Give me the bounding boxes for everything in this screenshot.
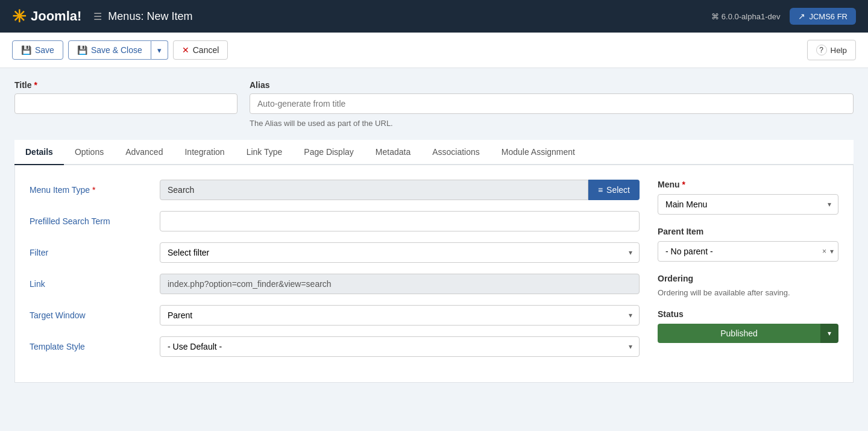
page-title: Menus: New Item <box>108 10 192 23</box>
sidebar-menu-field: Menu * Main Menu ▾ <box>658 180 838 215</box>
tab-nav: Details Options Advanced Integration Lin… <box>14 140 854 165</box>
select-list-icon: ≡ <box>598 185 603 195</box>
link-row: Link <box>30 274 640 294</box>
link-label: Link <box>30 279 150 289</box>
sidebar-menu-select[interactable]: Main Menu <box>658 194 838 215</box>
menu-icon: ☰ <box>93 11 102 22</box>
menu-item-type-text: Search <box>160 180 588 200</box>
menu-item-type-input-group: Search ≡ Select <box>160 180 640 200</box>
prefilled-search-value <box>160 211 640 231</box>
user-icon: ↗ <box>798 11 805 21</box>
sidebar-status-field: Status Published ▾ <box>658 309 838 343</box>
save-close-label: Save & Close <box>91 45 142 55</box>
published-group: Published ▾ <box>658 324 838 343</box>
logo-text: Joomla! <box>31 8 81 24</box>
title-alias-row: Title * Alias The Alias will be used as … <box>14 80 854 128</box>
sidebar-ordering-label: Ordering <box>658 274 838 283</box>
tab-metadata[interactable]: Metadata <box>365 140 421 165</box>
parent-item-select[interactable]: - No parent - <box>658 241 838 262</box>
filter-select-wrapper: Select filter ▾ <box>160 242 640 263</box>
header-title: ☰ Menus: New Item <box>93 10 192 23</box>
save-button[interactable]: 💾 Save <box>12 40 63 60</box>
toolbar: 💾 Save 💾 Save & Close ▾ ✕ Cancel ? Help <box>0 33 868 68</box>
filter-select[interactable]: Select filter <box>160 242 640 263</box>
target-window-row: Target Window Parent ▾ <box>30 305 640 326</box>
menu-item-type-label: Menu Item Type * <box>30 185 150 195</box>
alias-help: The Alias will be used as part of the UR… <box>250 119 854 128</box>
published-dropdown-icon: ▾ <box>828 329 831 338</box>
tab-associations[interactable]: Associations <box>421 140 491 165</box>
sidebar-ordering-field: Ordering Ordering will be available afte… <box>658 274 838 297</box>
logo: ✳ Joomla! <box>12 7 81 27</box>
sidebar-ordering-help: Ordering will be available after saving. <box>658 288 838 297</box>
menu-item-type-value: Search ≡ Select <box>160 180 640 200</box>
prefilled-search-label: Prefilled Search Term <box>30 216 150 226</box>
cancel-button[interactable]: ✕ Cancel <box>173 40 228 60</box>
app-header: ✳ Joomla! ☰ Menus: New Item ⌘ 6.0.0-alph… <box>0 0 868 33</box>
published-label: Published <box>720 329 758 338</box>
tab-integration[interactable]: Integration <box>174 140 235 165</box>
select-menu-item-type-button[interactable]: ≡ Select <box>588 180 640 200</box>
parent-select-wrapper: - No parent - × ▾ <box>658 241 838 262</box>
tabs-wrapper: Details Options Advanced Integration Lin… <box>14 140 854 383</box>
filter-value: Select filter ▾ <box>160 242 640 263</box>
tab-page-display[interactable]: Page Display <box>293 140 365 165</box>
cancel-icon: ✕ <box>182 45 189 55</box>
joomla-logo-icon: ✳ <box>12 7 26 27</box>
save-close-button[interactable]: 💾 Save & Close <box>68 40 151 60</box>
help-button[interactable]: ? Help <box>807 40 856 60</box>
main-content: Title * Alias The Alias will be used as … <box>0 68 868 431</box>
user-label: JCMS6 FR <box>809 12 848 21</box>
target-window-label: Target Window <box>30 310 150 320</box>
dropdown-arrow-icon: ▾ <box>157 46 162 55</box>
alias-label: Alias <box>250 80 854 90</box>
version-text: ⌘ 6.0.0-alpha1-dev <box>711 12 780 21</box>
tab-link-type[interactable]: Link Type <box>236 140 294 165</box>
cancel-label: Cancel <box>193 45 219 55</box>
select-btn-label: Select <box>606 185 630 195</box>
tab-main-column: Menu Item Type * Search ≡ Select <box>30 180 640 368</box>
save-close-dropdown-button[interactable]: ▾ <box>151 40 168 60</box>
user-button[interactable]: ↗ JCMS6 FR <box>790 8 856 25</box>
link-value <box>160 274 640 294</box>
prefilled-search-row: Prefilled Search Term <box>30 211 640 231</box>
title-label: Title * <box>14 80 237 90</box>
alias-input[interactable] <box>250 93 854 114</box>
save-icon: 💾 <box>21 45 31 55</box>
template-style-select[interactable]: - Use Default - <box>160 336 640 357</box>
sidebar-menu-select-wrapper: Main Menu ▾ <box>658 194 838 215</box>
tab-advanced[interactable]: Advanced <box>115 140 174 165</box>
published-button[interactable]: Published <box>658 324 820 343</box>
template-style-select-wrapper: - Use Default - ▾ <box>160 336 640 357</box>
target-window-value: Parent ▾ <box>160 305 640 326</box>
help-label: Help <box>831 46 847 55</box>
header-right: ⌘ 6.0.0-alpha1-dev ↗ JCMS6 FR <box>711 8 856 25</box>
alias-group: Alias The Alias will be used as part of … <box>250 80 854 128</box>
filter-row: Filter Select filter ▾ <box>30 242 640 263</box>
header-left: ✳ Joomla! ☰ Menus: New Item <box>12 7 192 27</box>
published-dropdown-button[interactable]: ▾ <box>820 324 838 343</box>
template-style-label: Template Style <box>30 342 150 351</box>
tab-content-details: Menu Item Type * Search ≡ Select <box>14 165 854 383</box>
prefilled-search-input[interactable] <box>160 211 640 231</box>
sidebar-parent-item-field: Parent Item - No parent - × ▾ <box>658 227 838 262</box>
sidebar-parent-item-label: Parent Item <box>658 227 838 236</box>
link-input <box>160 274 640 294</box>
sidebar-menu-label: Menu * <box>658 180 838 189</box>
target-window-select[interactable]: Parent <box>160 305 640 326</box>
save-close-icon: 💾 <box>77 45 87 55</box>
target-window-select-wrapper: Parent ▾ <box>160 305 640 326</box>
title-group: Title * <box>14 80 237 128</box>
filter-label: Filter <box>30 248 150 257</box>
sidebar-status-label: Status <box>658 309 838 319</box>
menu-item-type-row: Menu Item Type * Search ≡ Select <box>30 180 640 200</box>
tab-details[interactable]: Details <box>14 140 64 165</box>
save-close-group: 💾 Save & Close ▾ <box>68 40 168 60</box>
help-icon: ? <box>816 45 827 55</box>
tab-options[interactable]: Options <box>64 140 115 165</box>
template-style-row: Template Style - Use Default - ▾ <box>30 336 640 357</box>
tab-sidebar-column: Menu * Main Menu ▾ Parent Item <box>658 180 838 368</box>
tab-module-assignment[interactable]: Module Assignment <box>491 140 586 165</box>
toolbar-left: 💾 Save 💾 Save & Close ▾ ✕ Cancel <box>12 40 228 60</box>
title-input[interactable] <box>14 93 237 114</box>
